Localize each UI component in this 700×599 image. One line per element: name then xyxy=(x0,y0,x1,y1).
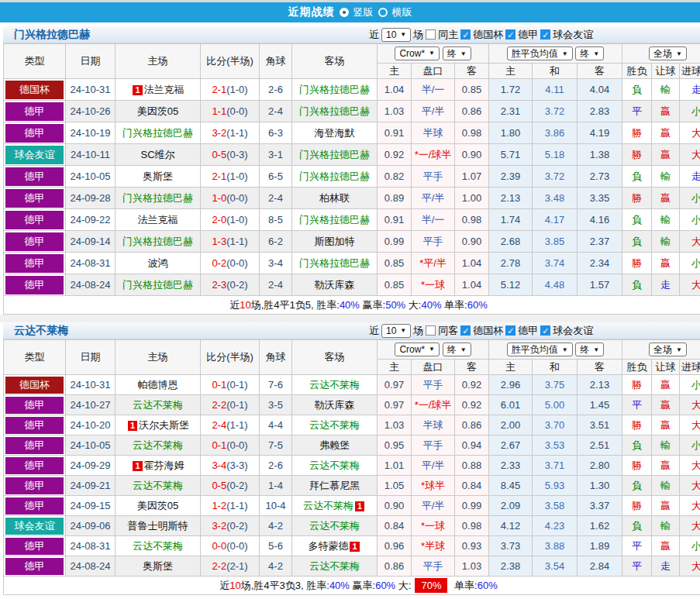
handicap-cell: *平/半 xyxy=(412,253,455,274)
layout-radio-vertical-label[interactable]: 竖版 xyxy=(353,5,374,19)
page: 近期战绩 竖版 横版 门兴格拉德巴赫 近 10▼ 场 同主 ✓ 德国杯 ✓ 德甲… xyxy=(0,0,700,599)
summary-part: 60% xyxy=(375,580,395,591)
avg-type-select[interactable]: 胜平负均值▼ xyxy=(507,46,573,60)
result-cell: 平 xyxy=(622,536,652,556)
team-name: 门兴格拉德巴赫 xyxy=(122,279,193,291)
avg-stage-select[interactable]: 终▼ xyxy=(575,343,604,356)
avg-away-cell: 2.73 xyxy=(578,166,622,188)
score-cell: 1-1(0-0) xyxy=(201,101,260,122)
same-venue-checkbox[interactable] xyxy=(426,325,436,336)
avg-type-select[interactable]: 胜平负均值▼ xyxy=(507,343,573,356)
league-checkbox-bundesliga[interactable]: ✓ xyxy=(505,29,516,40)
avg-away-cell: 2.13 xyxy=(578,375,622,395)
layout-radio-vertical[interactable] xyxy=(340,8,349,17)
home-team-cell: 云达不莱梅 xyxy=(116,435,201,456)
bookmaker-select[interactable]: Crow*▼ xyxy=(395,46,440,60)
league-label-cup[interactable]: 德国杯 xyxy=(473,324,503,338)
match-row: 德国杯24-10-311法兰克福2-1(1-0)2-6门兴格拉德巴赫1.04半/… xyxy=(4,79,700,101)
column-header-date: 日期 xyxy=(66,340,116,375)
league-checkbox-bundesliga[interactable]: ✓ xyxy=(505,325,516,336)
league-label-bundesliga[interactable]: 德甲 xyxy=(518,28,538,42)
league-checkbox-friendly[interactable]: ✓ xyxy=(540,325,550,336)
layout-radio-horizontal[interactable] xyxy=(378,8,388,17)
team-name: 云达不莱梅 xyxy=(309,520,360,532)
result-cell: 勝 xyxy=(622,188,652,209)
match-count-select[interactable]: 10▼ xyxy=(381,324,411,338)
competition-cell: 德甲 xyxy=(4,395,66,415)
bookmaker-select[interactable]: Crow*▼ xyxy=(395,343,440,356)
handicap-cell: 平/半 xyxy=(412,456,455,476)
halftime-score: (0-1) xyxy=(226,399,247,411)
odds-away-cell: 0.94 xyxy=(455,435,489,456)
scope-select[interactable]: 全场▼ xyxy=(649,46,687,60)
score-cell: 0-0(0-0) xyxy=(201,536,260,556)
odds-select-group: Crow*▼ 终▼ xyxy=(378,340,489,360)
handicap-result-cell: 贏 xyxy=(652,395,680,415)
avg-draw-cell: 5.93 xyxy=(533,476,578,496)
odds-away-cell: 0.90 xyxy=(455,144,489,166)
league-label-friendly[interactable]: 球会友谊 xyxy=(553,28,593,42)
odds-away-cell: 0.86 xyxy=(455,415,489,435)
scope-select[interactable]: 全场▼ xyxy=(649,343,687,356)
matches-table-gladbach: 类型 日期 主场 比分(半场) 角球 客场 Crow*▼ 终▼ 胜平负均值▼ 终… xyxy=(3,43,700,315)
league-checkbox-cup[interactable]: ✓ xyxy=(460,325,471,336)
corners-cell: 10-4 xyxy=(260,496,292,516)
match-row: 德甲24-10-05奥斯堡2-1(1-0)6-5门兴格拉德巴赫0.82平手1.0… xyxy=(4,166,700,188)
avg-stage-select[interactable]: 终▼ xyxy=(575,46,604,60)
halftime-score: (0-0) xyxy=(226,540,247,552)
same-venue-label[interactable]: 同客 xyxy=(438,324,458,338)
avg-draw-cell: 3.54 xyxy=(533,556,578,577)
handicap-cell: 半/一 xyxy=(412,209,455,231)
score-cell: 3-2(1-1) xyxy=(201,122,260,144)
halftime-score: (0-2) xyxy=(226,520,247,532)
goals-result-cell: 大 xyxy=(680,516,700,536)
avg-stage-value: 终 xyxy=(580,343,589,356)
same-venue-checkbox[interactable] xyxy=(426,29,436,40)
corners-cell: 6-5 xyxy=(260,166,292,188)
subcol-handicap: 盘口 xyxy=(412,64,455,79)
league-checkbox-cup[interactable]: ✓ xyxy=(460,29,471,40)
red-card-badge: 1 xyxy=(350,542,359,552)
fulltime-score: 0-5 xyxy=(212,480,226,491)
league-checkbox-friendly[interactable]: ✓ xyxy=(540,29,550,40)
bookmaker-value: Crow* xyxy=(399,48,425,59)
odds-stage-select[interactable]: 终▼ xyxy=(443,343,471,356)
league-label-cup[interactable]: 德国杯 xyxy=(473,28,503,42)
handicap-cell: *一球 xyxy=(412,274,455,296)
summary-part: 40% xyxy=(329,580,350,591)
competition-badge: 德甲 xyxy=(5,397,64,414)
result-cell: 勝 xyxy=(622,144,652,166)
odds-away-cell: 0.98 xyxy=(455,122,489,144)
match-count-select[interactable]: 10▼ xyxy=(381,28,411,42)
avg-draw-cell: 5.00 xyxy=(533,395,578,415)
league-label-bundesliga[interactable]: 德甲 xyxy=(518,324,538,338)
competition-badge: 德甲 xyxy=(5,211,64,229)
competition-cell: 球会友谊 xyxy=(4,144,66,166)
competition-badge: 德甲 xyxy=(5,417,64,434)
layout-radio-horizontal-label[interactable]: 横版 xyxy=(392,5,412,19)
odds-home-cell: 0.91 xyxy=(378,209,412,231)
summary-part: 10 xyxy=(229,580,240,591)
corners-cell: 4-2 xyxy=(260,516,292,536)
avg-home-cell: 5.71 xyxy=(489,144,533,166)
date-cell: 24-09-21 xyxy=(66,476,116,496)
league-label-friendly[interactable]: 球会友谊 xyxy=(553,324,593,338)
team-name: 云达不莱梅 xyxy=(133,399,183,411)
avg-home-cell: 1.74 xyxy=(489,209,533,231)
chevron-down-icon: ▼ xyxy=(593,50,599,57)
handicap-cell: 平手 xyxy=(412,375,455,395)
odds-stage-select[interactable]: 终▼ xyxy=(443,46,471,60)
avg-draw-cell: 3.48 xyxy=(533,188,578,209)
away-team-cell: 云达不莱梅1 xyxy=(292,496,378,516)
summary-part: 40% xyxy=(340,299,360,311)
home-team-cell: 云达不莱梅 xyxy=(116,476,201,496)
fulltime-score: 2-1 xyxy=(212,84,226,95)
same-venue-label[interactable]: 同主 xyxy=(438,28,458,42)
fulltime-score: 1-1 xyxy=(212,105,226,117)
avg-home-cell: 8.45 xyxy=(489,476,533,496)
chevron-down-icon: ▼ xyxy=(562,50,568,57)
subcol-avg-home: 主 xyxy=(489,360,533,375)
competition-badge: 德甲 xyxy=(5,538,64,555)
team-name: 沃尔夫斯堡 xyxy=(139,419,189,431)
team-name: 普鲁士明斯特 xyxy=(128,520,188,532)
